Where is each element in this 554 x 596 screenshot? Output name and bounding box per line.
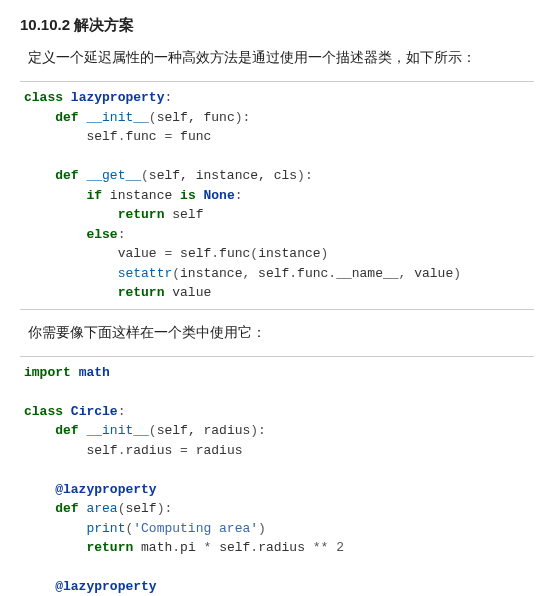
section-heading: 10.10.2 解决方案: [20, 16, 534, 35]
paragraph-intro: 定义一个延迟属性的一种高效方法是通过使用一个描述器类，如下所示：: [28, 49, 526, 67]
code-block-lazyproperty: class lazyproperty: def __init__(self, f…: [20, 81, 534, 310]
code-block-circle: import math class Circle: def __init__(s…: [20, 356, 534, 597]
paragraph-usage: 你需要像下面这样在一个类中使用它：: [28, 324, 526, 342]
